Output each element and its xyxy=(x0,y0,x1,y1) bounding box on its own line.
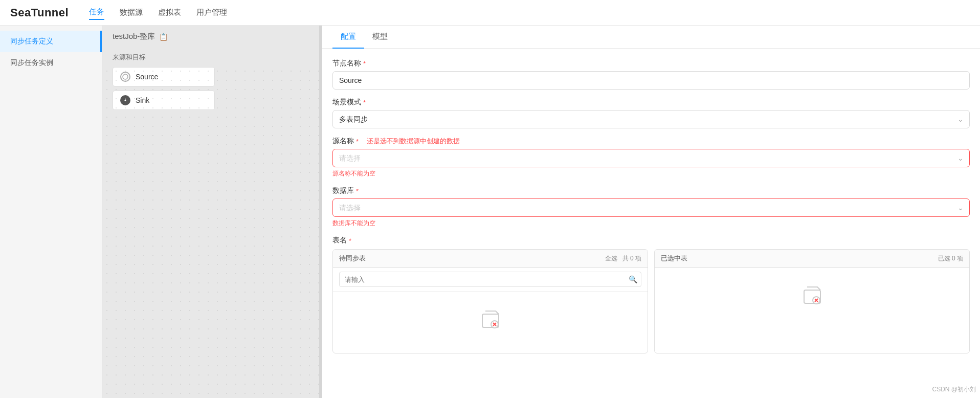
pending-empty-icon xyxy=(478,307,503,336)
nav-item-tasks[interactable]: 任务 xyxy=(89,5,104,20)
source-name-error: 源名称不能为空 xyxy=(332,169,970,178)
pending-table-meta: 全选 共 0 项 xyxy=(605,254,641,263)
node-name-input[interactable] xyxy=(332,71,970,90)
selected-table-box: 已选中表 已选 0 项 xyxy=(654,249,970,353)
nav-item-virtual-table[interactable]: 虚拟表 xyxy=(158,6,181,19)
panel-tabs: 配置 模型 xyxy=(322,26,980,49)
main-layout: 同步任务定义 同步任务实例 testJob-整库 📋 来源和目标 Source … xyxy=(0,26,980,398)
pending-table-title: 待同步表 xyxy=(339,254,366,263)
required-star-table: * xyxy=(349,237,351,245)
selected-count: 已选 0 项 xyxy=(938,254,963,263)
source-name-select-wrapper: 请选择 ⌄ xyxy=(332,149,970,167)
pending-table-header: 待同步表 全选 共 0 项 xyxy=(333,250,648,268)
required-star-node-name: * xyxy=(363,60,366,68)
scene-mode-select-wrapper: 多表同步 ⌄ xyxy=(332,110,970,128)
table-name-label: 表名 * xyxy=(332,236,970,245)
selected-empty-icon xyxy=(800,283,825,312)
node-name-label: 节点名称 * xyxy=(332,59,970,68)
source-name-row: 源名称 * 还是选不到数据源中创建的数据 请选择 ⌄ 源名称不能为空 xyxy=(332,137,970,178)
nav-item-user-management[interactable]: 用户管理 xyxy=(196,6,227,19)
form-body: 节点名称 * 场景模式 * 多表同步 ⌄ xyxy=(322,49,980,372)
database-select-wrapper: 请选择 ⌄ xyxy=(332,198,970,217)
required-star-source-name: * xyxy=(356,138,359,145)
pending-table-body xyxy=(333,292,648,353)
total-count: 共 0 项 xyxy=(622,255,641,262)
watermark: CSDN @初小刘 xyxy=(932,385,976,394)
selected-table-body xyxy=(655,268,969,329)
search-icon: 🔍 xyxy=(629,275,637,283)
sidebar: 同步任务定义 同步任务实例 xyxy=(0,26,102,398)
database-select[interactable]: 请选择 xyxy=(332,198,970,217)
database-error: 数据库不能为空 xyxy=(332,219,970,228)
canvas-topbar: testJob-整库 📋 xyxy=(102,26,322,48)
header: SeaTunnel 任务 数据源 虚拟表 用户管理 xyxy=(0,0,980,26)
tab-model[interactable]: 模型 xyxy=(364,26,396,49)
scene-mode-label: 场景模式 * xyxy=(332,98,970,107)
nav-menu: 任务 数据源 虚拟表 用户管理 xyxy=(89,5,227,20)
sidebar-item-sync-definition[interactable]: 同步任务定义 xyxy=(0,31,102,52)
tab-config[interactable]: 配置 xyxy=(332,26,364,49)
scene-mode-row: 场景模式 * 多表同步 ⌄ xyxy=(332,98,970,128)
source-name-label: 源名称 * xyxy=(332,137,359,146)
canvas-area: testJob-整库 📋 来源和目标 Source Sink xyxy=(102,26,322,398)
pending-table-search: 🔍 xyxy=(333,268,648,292)
sidebar-item-sync-instance[interactable]: 同步任务实例 xyxy=(0,52,102,74)
canvas-scrollbar[interactable] xyxy=(319,26,322,398)
scene-mode-select[interactable]: 多表同步 xyxy=(332,110,970,128)
source-name-label-row: 源名称 * 还是选不到数据源中创建的数据 xyxy=(332,137,970,146)
database-row: 数据库 * 请选择 ⌄ 数据库不能为空 xyxy=(332,186,970,228)
right-panel: 配置 模型 节点名称 * 场景模式 * 多表同步 xyxy=(322,26,980,398)
pending-table-search-input[interactable] xyxy=(339,272,641,287)
selected-table-header: 已选中表 已选 0 项 xyxy=(655,250,969,268)
app-logo: SeaTunnel xyxy=(10,6,69,19)
required-star-scene-mode: * xyxy=(363,99,366,106)
node-name-row: 节点名称 * xyxy=(332,59,970,90)
source-name-hint: 还是选不到数据源中创建的数据 xyxy=(367,137,460,146)
copy-icon[interactable]: 📋 xyxy=(159,33,168,41)
pending-table-box: 待同步表 全选 共 0 项 🔍 xyxy=(332,249,648,353)
table-name-row: 表名 * 待同步表 全选 共 0 项 xyxy=(332,236,970,353)
database-label: 数据库 * xyxy=(332,186,970,195)
job-title: testJob-整库 xyxy=(113,32,155,41)
canvas-background xyxy=(102,67,322,398)
table-transfer: 待同步表 全选 共 0 项 🔍 xyxy=(332,249,970,353)
nav-item-datasource[interactable]: 数据源 xyxy=(120,6,143,19)
source-target-label: 来源和目标 xyxy=(113,53,312,62)
selected-table-title: 已选中表 xyxy=(661,254,687,263)
select-all-btn[interactable]: 全选 xyxy=(605,255,617,262)
source-name-select[interactable]: 请选择 xyxy=(332,149,970,167)
required-star-database: * xyxy=(356,187,359,195)
